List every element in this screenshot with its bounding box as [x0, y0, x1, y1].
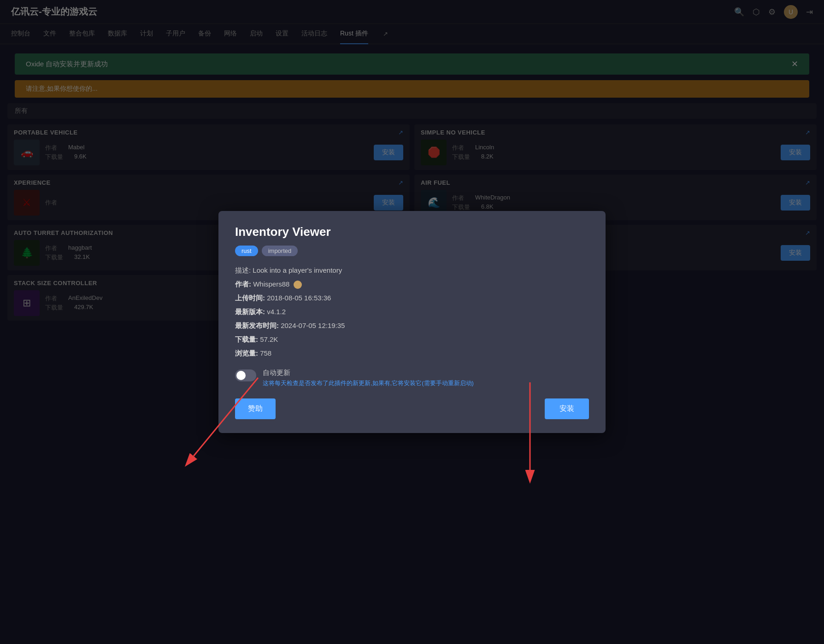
release-value: 2024-07-05 12:19:35	[281, 322, 345, 329]
sponsor-button[interactable]: 赞助	[235, 398, 276, 419]
release-label: 最新发布时间:	[235, 322, 279, 329]
tag-rust[interactable]: rust	[235, 246, 258, 256]
view-label: 浏览量:	[235, 349, 258, 357]
auto-update-label: 自动更新	[263, 369, 474, 377]
modal-tags: rust imported	[235, 246, 589, 256]
author-label: 作者:	[235, 280, 251, 288]
upload-value: 2018-08-05 16:53:36	[267, 294, 331, 302]
inventory-viewer-modal: Inventory Viewer rust imported 描述: Look …	[218, 211, 606, 433]
modal-info: 描述: Look into a player's inventory 作者: W…	[235, 263, 589, 360]
author-avatar-icon	[294, 281, 302, 289]
auto-update-desc: 这将每天检查是否发布了此插件的新更新,如果有,它将安装它(需要手动重新启动)	[263, 379, 474, 387]
auto-update-toggle[interactable]	[235, 369, 256, 381]
upload-label: 上传时间:	[235, 294, 265, 302]
description-text: 描述: Look into a player's inventory	[235, 266, 342, 274]
version-value: v4.1.2	[267, 308, 286, 316]
tag-imported[interactable]: imported	[262, 246, 298, 256]
auto-update-section: 自动更新 这将每天检查是否发布了此插件的新更新,如果有,它将安装它(需要手动重新…	[235, 369, 589, 387]
modal-footer: 赞助 安装	[235, 398, 589, 419]
modal-overlay: Inventory Viewer rust imported 描述: Look …	[0, 0, 824, 644]
version-label: 最新版本:	[235, 308, 265, 316]
author-value: Whispers88	[253, 280, 289, 288]
download-value: 57.2K	[260, 335, 278, 343]
modal-title: Inventory Viewer	[235, 225, 589, 239]
download-label: 下载量:	[235, 335, 258, 343]
view-value: 758	[260, 349, 271, 357]
modal-install-button[interactable]: 安装	[545, 398, 589, 419]
